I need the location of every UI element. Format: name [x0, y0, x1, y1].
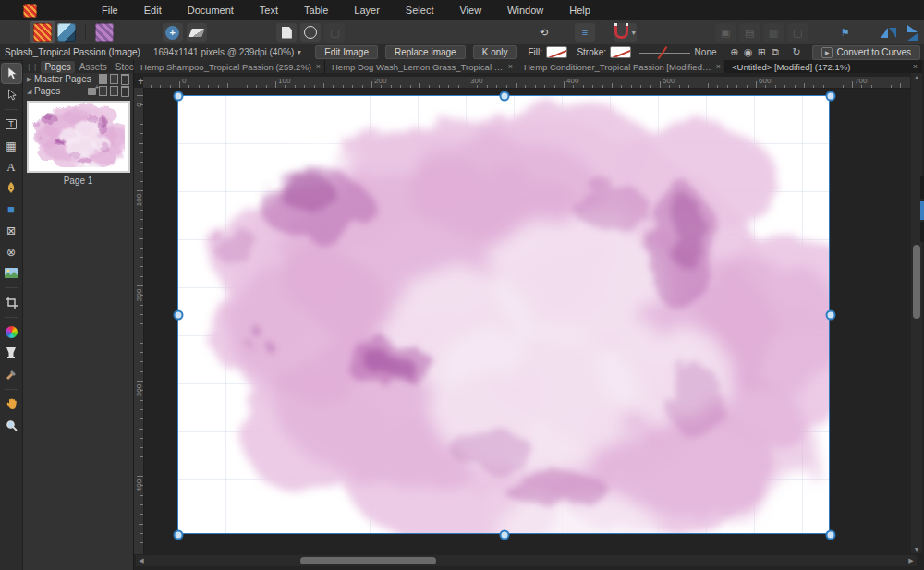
- menu-edit[interactable]: Edit: [131, 0, 175, 20]
- fill-tool[interactable]: [2, 322, 21, 342]
- ruler-tick: [140, 504, 143, 505]
- panel-grip-icon[interactable]: ❘❘: [26, 63, 38, 71]
- scroll-down-icon[interactable]: ▼: [911, 546, 922, 552]
- viewport[interactable]: + 0100200300400500600700 0100200300400 ▲…: [134, 73, 924, 570]
- eraser-button[interactable]: [187, 23, 207, 42]
- pages-section[interactable]: ◢ Pages: [23, 85, 133, 97]
- tab-close-icon[interactable]: ×: [913, 62, 918, 71]
- expanded-arrow-icon[interactable]: ◢: [27, 88, 34, 95]
- move-tool[interactable]: [2, 64, 21, 83]
- menu-help[interactable]: Help: [556, 0, 603, 20]
- horizontal-ruler[interactable]: 0100200300400500600700: [143, 77, 910, 89]
- replace-image-button[interactable]: Replace image: [385, 45, 466, 59]
- scroll-left-icon[interactable]: ◀: [136, 557, 147, 564]
- vector-crop-tool[interactable]: [2, 293, 21, 312]
- convert-to-curves-button[interactable]: ▶ Convert to Curves: [812, 45, 920, 60]
- collapsed-panel-handle[interactable]: [920, 222, 924, 242]
- flip-horizontal-button[interactable]: [878, 23, 898, 42]
- document-page[interactable]: [177, 95, 830, 534]
- collapsed-panel-accent[interactable]: [920, 201, 924, 220]
- table-tool[interactable]: ▦: [2, 136, 21, 155]
- transparency-tool[interactable]: [2, 344, 21, 363]
- horizontal-scrollbar[interactable]: ◀ ▶: [136, 555, 917, 566]
- tab-pages[interactable]: Pages: [41, 61, 74, 73]
- vertical-scrollbar[interactable]: ▲ ▼: [911, 73, 922, 553]
- menu-window[interactable]: Window: [494, 0, 556, 20]
- document-tab[interactable]: <Untitled> [Modified] (172.1%)×: [725, 60, 922, 73]
- document-tab[interactable]: Hemp Conditioner_Tropical Passion [Modif…: [517, 60, 725, 73]
- preview-mode-button[interactable]: ≡: [575, 23, 595, 42]
- add-page-icon[interactable]: [99, 86, 107, 96]
- master-pages-section[interactable]: ▶ Master Pages: [23, 73, 133, 85]
- document-tab[interactable]: Hemp Dog Wash_Lemon Grass_Tropical Passi…: [325, 60, 517, 73]
- chevron-down-icon[interactable]: ▼: [630, 30, 637, 36]
- watercolor-splash-image[interactable]: [177, 95, 830, 534]
- shape-button[interactable]: [276, 23, 297, 42]
- refresh-icon[interactable]: ↻: [790, 46, 804, 58]
- rotate-button[interactable]: ⟲: [534, 23, 554, 42]
- horizontal-scrollbar-thumb[interactable]: [300, 557, 436, 564]
- publisher-persona-button[interactable]: [30, 22, 55, 42]
- flip-vertical-button[interactable]: [902, 23, 922, 42]
- stroke-style-value[interactable]: None: [695, 47, 717, 57]
- zoom-tool[interactable]: [2, 416, 21, 435]
- trash-icon[interactable]: [121, 86, 129, 97]
- rectangle-tool[interactable]: ■: [2, 200, 21, 219]
- menu-file[interactable]: File: [89, 0, 131, 20]
- scroll-up-icon[interactable]: ▲: [911, 74, 922, 80]
- duplicate-page-icon[interactable]: [110, 86, 118, 96]
- stroke-swatch[interactable]: [610, 46, 631, 58]
- anchor-icon[interactable]: ⊕: [728, 46, 742, 58]
- menu-layer[interactable]: Layer: [341, 0, 393, 20]
- picture-frame-ellipse-tool[interactable]: ⊗: [2, 242, 21, 261]
- scroll-right-icon[interactable]: ▶: [906, 557, 917, 564]
- master-page-icon[interactable]: [110, 74, 118, 84]
- collapsed-panel-handle[interactable]: [920, 176, 924, 199]
- menu-select[interactable]: Select: [393, 0, 447, 20]
- page-1-thumbnail[interactable]: [27, 101, 130, 173]
- menu-view[interactable]: View: [446, 0, 494, 20]
- menu-text[interactable]: Text: [247, 0, 291, 20]
- vertical-scrollbar-thumb[interactable]: [913, 245, 920, 319]
- grid-icon[interactable]: ⊞: [755, 46, 769, 58]
- ruler-label: 200: [135, 286, 143, 305]
- ellipse-button[interactable]: [300, 23, 321, 42]
- add-page-from-image-icon[interactable]: [88, 88, 96, 95]
- designer-persona-button[interactable]: [55, 22, 79, 42]
- menu-table[interactable]: Table: [291, 0, 341, 20]
- edit-image-button[interactable]: Edit Image: [315, 45, 378, 59]
- ruler-tick: [554, 85, 555, 88]
- tools-toolbar: T▦A■⊠⊗: [0, 61, 23, 570]
- add-pages-button[interactable]: +: [163, 23, 183, 42]
- collapsed-arrow-icon[interactable]: ▶: [27, 76, 34, 83]
- pen-tool[interactable]: [2, 178, 21, 198]
- document-tab[interactable]: Hemp Shampoo_Tropical Passion (259.2%)×: [134, 60, 325, 73]
- snapping-button[interactable]: ▼: [614, 23, 638, 42]
- artistic-text-tool[interactable]: A: [2, 157, 21, 176]
- vertical-ruler[interactable]: 0100200300400: [134, 88, 144, 554]
- tab-close-icon[interactable]: ×: [316, 62, 321, 71]
- dimensions-caret-icon[interactable]: ▼: [296, 49, 302, 55]
- view-tool[interactable]: [2, 394, 21, 414]
- target-icon[interactable]: ◉: [741, 46, 755, 58]
- ruler-tick: [775, 85, 776, 88]
- photo-persona-button[interactable]: [92, 22, 116, 42]
- ruler-tick: [139, 334, 143, 334]
- frame-text-tool[interactable]: T: [2, 115, 21, 134]
- tab-close-icon[interactable]: ×: [508, 62, 513, 71]
- alignment-button[interactable]: ⚑: [835, 23, 856, 42]
- node-tool[interactable]: [2, 85, 21, 104]
- tab-assets[interactable]: Assets: [76, 61, 111, 73]
- menu-document[interactable]: Document: [175, 0, 247, 20]
- picture-frame-rectangle-tool[interactable]: ⊠: [2, 221, 21, 240]
- fill-swatch[interactable]: [546, 46, 567, 58]
- colour-picker-tool[interactable]: [2, 365, 21, 384]
- k-only-button[interactable]: K only: [473, 45, 517, 59]
- add-master-icon[interactable]: [99, 74, 107, 84]
- place-image-tool[interactable]: [2, 263, 21, 283]
- stroke-width-slider[interactable]: [639, 47, 689, 58]
- rotate-icon: ⟲: [540, 27, 548, 39]
- trash-icon[interactable]: [121, 74, 129, 85]
- duplicate-icon[interactable]: ⧉: [769, 46, 783, 58]
- tab-close-icon[interactable]: ×: [716, 62, 721, 71]
